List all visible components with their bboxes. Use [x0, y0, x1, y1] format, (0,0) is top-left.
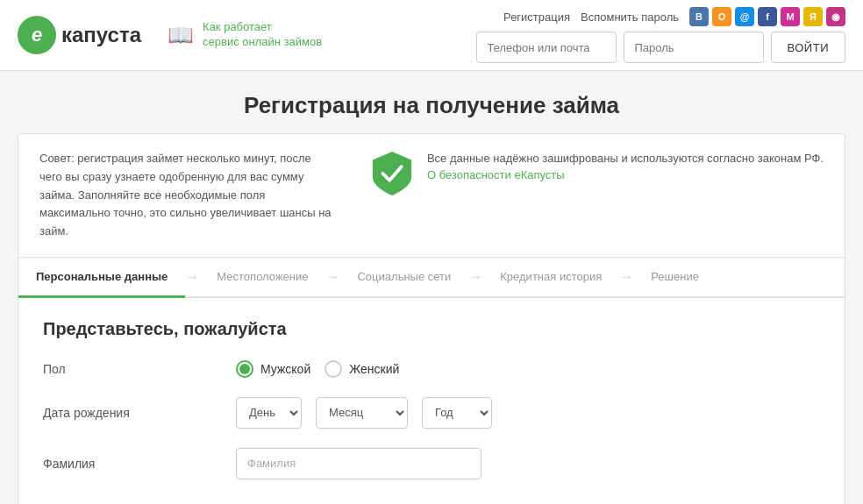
- arrow-4: →: [619, 269, 633, 285]
- tab-social[interactable]: Социальные сети: [339, 258, 468, 295]
- arrow-1: →: [185, 269, 199, 285]
- tab-decision[interactable]: Решение: [633, 258, 717, 295]
- password-input[interactable]: [624, 32, 764, 63]
- last-name-input[interactable]: [236, 448, 481, 479]
- dob-month-select[interactable]: Месяц: [316, 397, 408, 429]
- form-area: Представьтесь, пожалуйста Пол Мужской Же…: [18, 298, 845, 504]
- page-title: Регистрация на получение займа: [18, 92, 845, 119]
- tab-location[interactable]: Местоположение: [199, 258, 325, 295]
- dob-year-select[interactable]: Год: [422, 397, 492, 429]
- header-right: Регистрация Вспомнить пароль В О @ f М Я…: [476, 7, 845, 63]
- ya-icon[interactable]: Я: [803, 7, 823, 26]
- my-icon[interactable]: М: [781, 7, 800, 26]
- inst-icon[interactable]: ◉: [826, 7, 845, 26]
- book-icon: 📖: [168, 23, 194, 47]
- gender-male-option[interactable]: Мужской: [236, 360, 310, 378]
- dob-controls: День Месяц Год: [236, 397, 820, 429]
- gender-controls: Мужской Женский: [236, 360, 820, 378]
- tab-personal[interactable]: Персональные данные: [18, 258, 185, 298]
- main-card: Совет: регистрация займет несколько мину…: [18, 133, 845, 504]
- social-icons: В О @ f М Я ◉: [689, 7, 845, 26]
- register-link[interactable]: Регистрация: [503, 11, 570, 24]
- last-name-controls: [236, 448, 820, 479]
- female-label: Женский: [349, 362, 399, 376]
- dob-label: Дата рождения: [43, 406, 218, 420]
- logo-icon: е: [18, 16, 56, 54]
- forgot-link[interactable]: Вспомнить пароль: [581, 11, 679, 24]
- phone-input[interactable]: [476, 32, 617, 63]
- arrow-2: →: [325, 269, 339, 285]
- security-link[interactable]: О безопасности еКапусты: [427, 168, 565, 181]
- logo-text: капуста: [61, 23, 141, 47]
- login-button[interactable]: ВОЙТИ: [771, 32, 845, 63]
- header: е капуста 📖 Как работает сервис онлайн з…: [0, 0, 863, 71]
- arrow-3: →: [468, 269, 482, 285]
- info-banner: Совет: регистрация займет несколько мину…: [18, 134, 845, 258]
- dob-day-select[interactable]: День: [236, 397, 302, 429]
- steps-tabs: Персональные данные → Местоположение → С…: [18, 258, 845, 298]
- security-description: Все данные надёжно зашифрованы и использ…: [427, 150, 824, 167]
- male-radio-inner: [239, 364, 250, 374]
- dob-row: Дата рождения День Месяц Год: [43, 397, 820, 429]
- page-title-area: Регистрация на получение займа: [0, 71, 863, 133]
- gender-label: Пол: [43, 362, 218, 376]
- male-radio-outer: [236, 360, 253, 378]
- last-name-label: Фамилия: [43, 457, 218, 471]
- last-name-row: Фамилия: [43, 448, 820, 479]
- female-radio-outer: [325, 360, 342, 378]
- form-section-title: Представьтесь, пожалуйста: [43, 319, 820, 339]
- header-top-links: Регистрация Вспомнить пароль В О @ f М Я…: [476, 7, 845, 26]
- male-label: Мужской: [260, 362, 310, 376]
- logo-area: е капуста: [18, 16, 141, 54]
- gender-row: Пол Мужской Женский: [43, 360, 820, 378]
- tip-text: Совет: регистрация займет несколько мину…: [39, 150, 334, 241]
- security-text-block: Все данные надёжно зашифрованы и использ…: [427, 150, 824, 181]
- vk-icon[interactable]: В: [689, 7, 709, 26]
- fb-icon[interactable]: f: [758, 7, 777, 26]
- how-it-works-text: Как работает сервис онлайн займов: [203, 20, 322, 50]
- mail-icon[interactable]: @: [735, 7, 754, 26]
- tab-credit[interactable]: Кредитная история: [482, 258, 619, 295]
- ok-icon[interactable]: О: [712, 7, 731, 26]
- header-bottom: ВОЙТИ: [476, 32, 845, 63]
- how-it-works-link[interactable]: 📖 Как работает сервис онлайн займов: [168, 20, 322, 50]
- security-block: Все данные надёжно зашифрованы и использ…: [369, 150, 824, 197]
- shield-icon: [369, 150, 415, 197]
- gender-female-option[interactable]: Женский: [325, 360, 399, 378]
